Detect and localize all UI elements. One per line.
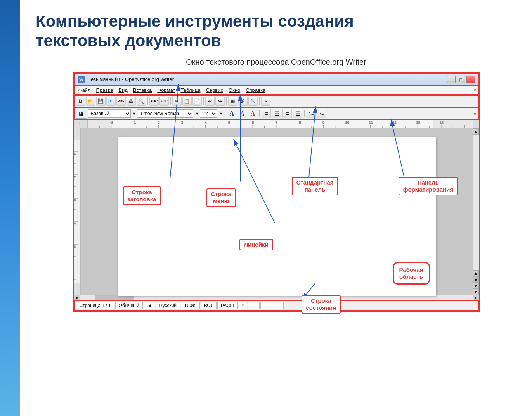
svg-text:8: 8 (299, 121, 301, 124)
svg-text:12: 12 (392, 121, 396, 124)
font-selector[interactable]: Times New Roman (137, 109, 193, 118)
table-button[interactable]: ▦ (228, 97, 237, 106)
scroll-btn-1[interactable]: ▲ (473, 270, 479, 276)
left-sidebar (0, 0, 20, 416)
menu-window[interactable]: Окно (226, 87, 243, 93)
hscroll-track[interactable] (80, 295, 473, 300)
status-box2 (260, 302, 284, 309)
font-dropdown-arrow: ▼ (195, 112, 199, 116)
svg-text:9: 9 (322, 121, 324, 124)
scroll-down-button[interactable]: ▼ (473, 289, 479, 295)
status-bar: Страница 1 / 1 Обычный ◄ Русский 100% ВС… (74, 300, 479, 311)
list-num-button[interactable]: 1≡ (307, 109, 316, 118)
menu-insert[interactable]: Вставка (131, 87, 154, 93)
svg-text:1: 1 (134, 121, 136, 124)
app-icon: W (78, 76, 85, 83)
ruler-end (473, 120, 479, 128)
annotation-standard-panel: Стандартнаяпанель (292, 177, 338, 195)
status-arrow[interactable]: ◄ (144, 302, 155, 309)
menu-help[interactable]: Справка (243, 87, 268, 93)
annotation-rulers: Линейки (239, 239, 273, 250)
horizontal-scrollbar[interactable]: ◄ ► (74, 295, 479, 300)
align-right-button[interactable]: ≡ (282, 109, 292, 118)
vertical-scrollbar[interactable]: ▲ ▲ ● ▼ ▼ (473, 128, 479, 295)
underline-button[interactable]: A (248, 109, 257, 118)
window-controls: — □ ✕ (447, 76, 475, 83)
menu-tools[interactable]: Сервис (203, 87, 225, 93)
more-button[interactable]: » (261, 97, 270, 106)
draw-button[interactable]: 🖊 (238, 97, 248, 106)
ruler-area: L -1 (74, 120, 479, 128)
scroll-track[interactable] (473, 135, 479, 270)
menu-bar: Файл Правка Вид Вставка Формат Таблица С… (74, 86, 479, 95)
svg-text:-1: -1 (110, 121, 113, 124)
align-left-button[interactable]: ≡ (262, 109, 271, 118)
new-button[interactable]: 🗋 (76, 97, 85, 106)
svg-text:5: 5 (74, 245, 76, 248)
style-selector[interactable]: Базовый (88, 109, 131, 118)
menu-close: × (473, 87, 477, 93)
menu-edit[interactable]: Правка (94, 87, 115, 93)
annotation-status-bar-text: Строкасостояния (306, 297, 336, 311)
format-toolbar-end: » (473, 110, 476, 116)
minimize-button[interactable]: — (447, 76, 456, 83)
size-dropdown-arrow: ▼ (219, 112, 223, 116)
scroll-left-button[interactable]: ◄ (74, 295, 80, 300)
redo-button[interactable]: ↪ (215, 97, 225, 106)
ruler-corner: L (74, 120, 88, 128)
svg-text:1: 1 (74, 152, 76, 155)
autocorrect-button[interactable]: ABC (159, 97, 169, 106)
maximize-button[interactable]: □ (457, 76, 465, 83)
undo-button[interactable]: ↩ (205, 97, 215, 106)
scroll-right-button[interactable]: ► (473, 295, 479, 300)
font-size-selector[interactable]: 12 (200, 109, 217, 118)
menu-format[interactable]: Формат (155, 87, 177, 93)
window-title: Безымянный1 - OpenOffice.org Writer (88, 76, 174, 82)
style-dropdown-arrow: ▼ (133, 112, 136, 116)
subtitle: Окно текстового процессора OpenOffice.or… (36, 58, 516, 67)
toolbar-standard: 🗋 📂 💾 📧 PDF 🖶 🔍 ABC ABC ✂ 📋 📄 ↩ ↪ ▦ (74, 95, 479, 107)
svg-text:3: 3 (181, 121, 183, 124)
svg-text:6: 6 (252, 121, 254, 124)
cut-button[interactable]: ✂ (172, 97, 182, 106)
menu-file[interactable]: Файл (76, 87, 93, 93)
annotation-format-panel: Панельформатирования (399, 177, 458, 195)
svg-text:14: 14 (439, 121, 443, 124)
spellcheck-button[interactable]: ABC (149, 97, 159, 106)
preview-button[interactable]: 🔍 (137, 97, 146, 106)
open-button[interactable]: 📂 (86, 97, 95, 106)
menu-view[interactable]: Вид (116, 87, 130, 93)
svg-text:11: 11 (369, 121, 373, 124)
page-white-area[interactable] (118, 137, 436, 296)
pdf-button[interactable]: PDF (116, 97, 126, 106)
horizontal-ruler: -1 1 2 3 4 5 6 (88, 120, 473, 128)
vertical-ruler: 1 2 3 4 5 (74, 128, 81, 295)
paste-button[interactable]: 📄 (192, 97, 202, 106)
list-bullet-button[interactable]: •≡ (317, 109, 326, 118)
align-justify-button[interactable]: ☰ (293, 109, 302, 118)
align-center-button[interactable]: ☰ (272, 109, 281, 118)
annotation-menu-bar: Строкаменю (206, 188, 236, 207)
status-box1 (248, 302, 260, 309)
annotation-title-bar: Строказаголовка (123, 186, 161, 205)
italic-button[interactable]: A (237, 109, 247, 118)
annotation-format-panel-text: Панельформатирования (403, 179, 454, 193)
annotation-work-area-text: Рабочаяобласть (399, 266, 423, 280)
annotation-status-bar: Строкасостояния (302, 295, 341, 314)
svg-text:13: 13 (416, 121, 420, 124)
bold-button[interactable]: A (227, 109, 236, 118)
email-button[interactable]: 📧 (106, 97, 116, 106)
menu-table[interactable]: Таблица (178, 87, 203, 93)
print-button[interactable]: 🖶 (127, 97, 136, 106)
status-style: Обычный (115, 302, 143, 309)
copy-button[interactable]: 📋 (182, 97, 192, 106)
scroll-btn-2[interactable]: ● (473, 276, 479, 283)
save-button[interactable]: 💾 (96, 97, 106, 106)
close-button[interactable]: ✕ (466, 76, 475, 83)
status-asterisk: * (239, 302, 248, 309)
find-button[interactable]: 🔍 (248, 97, 258, 106)
scroll-up-button[interactable]: ▲ (473, 128, 479, 135)
page-title: Компьютерные инструменты создания тексто… (36, 12, 516, 51)
scroll-btn-3[interactable]: ▼ (473, 283, 479, 289)
status-page: Страница 1 / 1 (76, 302, 114, 309)
